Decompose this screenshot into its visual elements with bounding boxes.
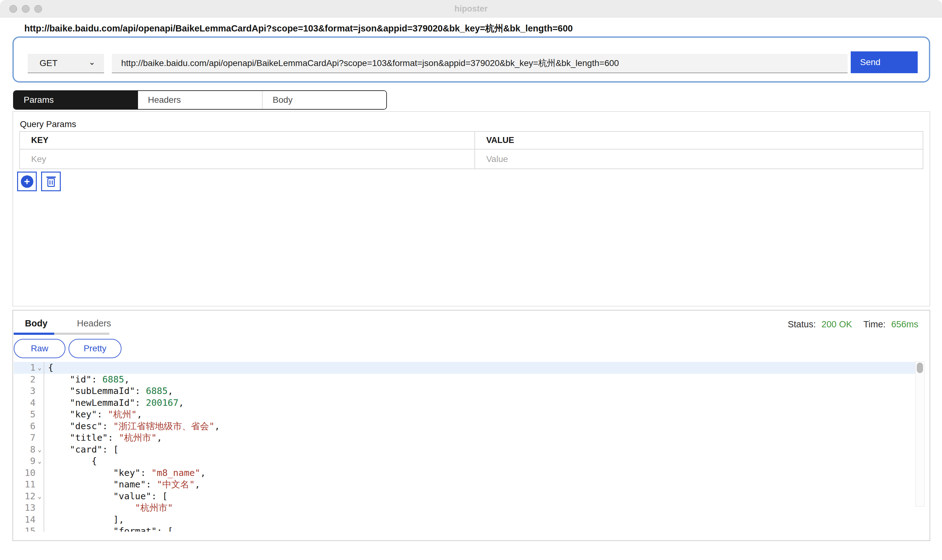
send-button[interactable]: Send bbox=[851, 51, 918, 73]
chevron-down-icon: ⌄ bbox=[88, 58, 95, 66]
line-number-gutter: 7 bbox=[14, 432, 44, 444]
code-line: 6 "desc": "浙江省辖地级市、省会", bbox=[14, 420, 915, 432]
status-value: 200 OK bbox=[822, 319, 852, 329]
line-number: 5 bbox=[30, 409, 35, 420]
line-number: 8 bbox=[30, 444, 35, 456]
param-value-input[interactable] bbox=[486, 154, 901, 164]
fold-chevron-icon[interactable]: ⌄ bbox=[35, 362, 44, 374]
code-line: 9⌄ { bbox=[14, 455, 915, 467]
code-line-text: "format": [ bbox=[44, 525, 173, 532]
code-line: 5 "key": "杭州", bbox=[14, 409, 915, 420]
code-line: 3 "subLemmaId": 6885, bbox=[14, 385, 915, 397]
line-number-gutter: 11 bbox=[14, 479, 44, 491]
window-titlebar: hiposter bbox=[0, 0, 942, 17]
line-number: 15 bbox=[25, 525, 35, 532]
code-line-text: "newLemmaId": 200167, bbox=[44, 397, 184, 409]
code-line-text: "value": [ bbox=[44, 491, 168, 502]
line-number-gutter: 12⌄ bbox=[14, 491, 44, 502]
tab-params[interactable]: Params bbox=[14, 91, 138, 109]
line-number: 1 bbox=[30, 362, 35, 374]
code-line-text: { bbox=[44, 455, 97, 467]
line-number-gutter: 3 bbox=[14, 385, 44, 397]
request-url-heading: http://baike.baidu.com/api/openapi/Baike… bbox=[24, 22, 573, 35]
line-number: 13 bbox=[25, 502, 35, 514]
line-number: 12 bbox=[25, 491, 35, 502]
fold-chevron-icon[interactable]: ⌄ bbox=[35, 455, 44, 467]
line-number-gutter: 4 bbox=[14, 397, 44, 409]
response-tab-body[interactable]: Body bbox=[25, 318, 48, 329]
value-column-header: VALUE bbox=[486, 135, 514, 145]
line-number: 2 bbox=[30, 374, 35, 386]
code-line-text: { bbox=[44, 362, 53, 374]
code-line: 11 "name": "中文名", bbox=[14, 479, 915, 491]
raw-view-button[interactable]: Raw bbox=[14, 339, 65, 358]
line-number: 3 bbox=[30, 385, 35, 397]
active-tab-indicator bbox=[14, 332, 54, 335]
line-number-gutter: 15 bbox=[14, 525, 44, 532]
tab-track bbox=[54, 332, 109, 335]
line-number: 7 bbox=[30, 432, 35, 444]
tab-body[interactable]: Body bbox=[262, 91, 386, 109]
code-line: 12⌄ "value": [ bbox=[14, 491, 915, 502]
table-row bbox=[20, 149, 923, 169]
line-number: 14 bbox=[25, 514, 35, 526]
response-tab-headers[interactable]: Headers bbox=[77, 318, 111, 329]
response-body-code: 1⌄{2 "id": 6885,3 "subLemmaId": 6885,4 "… bbox=[14, 362, 915, 532]
fold-chevron-icon[interactable]: ⌄ bbox=[35, 444, 44, 456]
plus-icon: + bbox=[21, 175, 33, 188]
line-number-gutter: 1⌄ bbox=[14, 362, 44, 374]
request-tabs: Params Headers Body bbox=[13, 90, 387, 110]
response-status-line: Status: 200 OK Time: 656ms bbox=[785, 319, 918, 329]
code-line-text: "subLemmaId": 6885, bbox=[44, 385, 173, 397]
url-input[interactable] bbox=[112, 54, 848, 73]
code-line-text: ], bbox=[44, 514, 124, 526]
query-params-table: KEY VALUE bbox=[19, 131, 923, 169]
line-number-gutter: 8⌄ bbox=[14, 444, 44, 456]
request-bar: GET ⌄ Send bbox=[12, 37, 930, 83]
code-line: 8⌄ "card": [ bbox=[14, 444, 915, 456]
query-params-title: Query Params bbox=[20, 119, 76, 129]
code-line: 4 "newLemmaId": 200167, bbox=[14, 397, 915, 409]
code-line-text: "key": "杭州", bbox=[44, 409, 142, 420]
code-line: 2 "id": 6885, bbox=[14, 374, 915, 386]
code-scrollbar[interactable] bbox=[915, 361, 925, 507]
line-number-gutter: 2 bbox=[14, 374, 44, 386]
param-actions: + bbox=[17, 172, 61, 191]
method-select-value: GET bbox=[40, 58, 58, 68]
param-key-input[interactable] bbox=[31, 154, 452, 164]
pretty-view-button[interactable]: Pretty bbox=[69, 339, 122, 358]
code-line-text: "name": "中文名", bbox=[44, 479, 200, 491]
line-number-gutter: 14 bbox=[14, 514, 44, 526]
line-number-gutter: 13 bbox=[14, 502, 44, 514]
code-line-text: "杭州市" bbox=[44, 502, 173, 514]
code-line: 15 "format": [ bbox=[14, 525, 915, 532]
line-number: 9 bbox=[30, 455, 35, 467]
tab-headers[interactable]: Headers bbox=[138, 91, 262, 109]
add-param-button[interactable]: + bbox=[17, 172, 37, 191]
code-line: 1⌄{ bbox=[14, 362, 915, 374]
code-line: 13 "杭州市" bbox=[14, 502, 915, 514]
code-line-text: "key": "m8_name", bbox=[44, 467, 206, 479]
window-title: hiposter bbox=[0, 0, 942, 17]
code-line-text: "id": 6885, bbox=[44, 374, 129, 386]
code-line-text: "card": [ bbox=[44, 444, 119, 456]
delete-param-button[interactable] bbox=[41, 172, 61, 191]
line-number: 11 bbox=[25, 479, 35, 491]
query-params-panel: Query Params KEY VALUE + bbox=[12, 111, 930, 306]
line-number: 10 bbox=[25, 467, 35, 479]
table-header-row: KEY VALUE bbox=[20, 132, 923, 149]
status-label: Status: bbox=[788, 319, 816, 329]
time-label: Time: bbox=[863, 319, 885, 329]
line-number-gutter: 10 bbox=[14, 467, 44, 479]
response-panel: Body Headers Status: 200 OK Time: 656ms … bbox=[12, 310, 930, 541]
code-scrollbar-thumb[interactable] bbox=[917, 363, 923, 373]
time-value: 656ms bbox=[891, 319, 918, 329]
code-line: 10 "key": "m8_name", bbox=[14, 467, 915, 479]
line-number: 4 bbox=[30, 397, 35, 409]
fold-chevron-icon[interactable]: ⌄ bbox=[35, 491, 44, 502]
code-line-text: "desc": "浙江省辖地级市、省会", bbox=[44, 420, 220, 432]
method-select[interactable]: GET ⌄ bbox=[28, 54, 104, 73]
line-number-gutter: 9⌄ bbox=[14, 455, 44, 467]
code-line-text: "title": "杭州市", bbox=[44, 432, 162, 444]
key-column-header: KEY bbox=[31, 135, 49, 145]
